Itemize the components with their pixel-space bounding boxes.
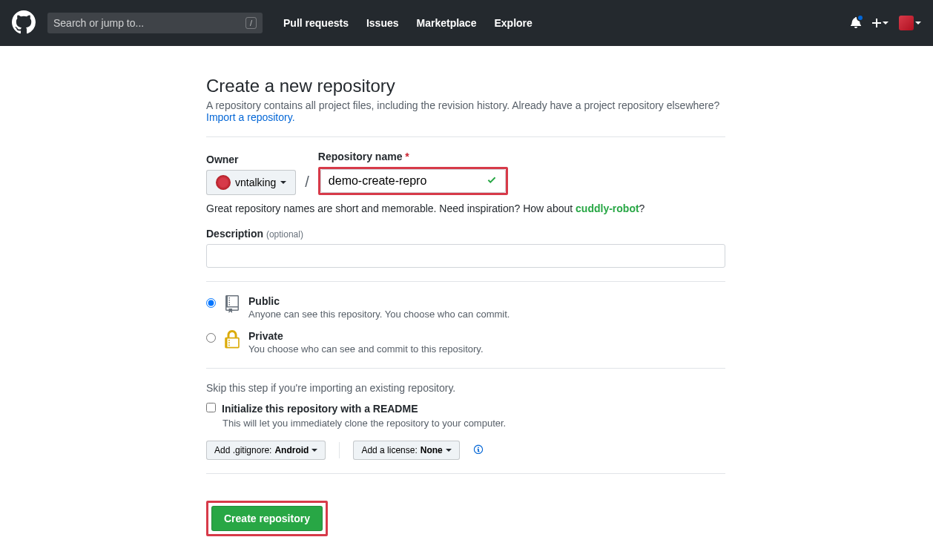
gitignore-value: Android — [274, 445, 309, 455]
header-right — [850, 16, 921, 30]
private-desc: You choose who can see and commit to thi… — [248, 343, 484, 355]
readme-checkbox[interactable] — [206, 403, 216, 412]
description-label: Description (optional) — [206, 228, 303, 240]
create-button-highlight: Create repository — [206, 501, 328, 536]
notification-dot-icon — [857, 14, 864, 22]
divider — [206, 368, 725, 369]
owner-avatar-icon — [216, 175, 231, 190]
optional-label: (optional) — [266, 229, 303, 240]
nav-marketplace[interactable]: Marketplace — [408, 17, 486, 29]
notifications-button[interactable] — [850, 16, 862, 30]
divider — [206, 473, 725, 474]
readme-hint: This will let you immediately clone the … — [222, 418, 725, 429]
create-repository-button[interactable]: Create repository — [211, 506, 323, 531]
primary-nav: Pull requests Issues Marketplace Explore — [274, 17, 541, 29]
private-title: Private — [248, 330, 283, 342]
owner-repo-row: Owner vntalking / Repository name * — [206, 151, 725, 195]
owner-name: vntalking — [235, 177, 276, 188]
caret-down-icon — [311, 449, 317, 452]
public-desc: Anyone can see this repository. You choo… — [248, 309, 510, 320]
slash-shortcut-icon: / — [245, 17, 257, 29]
avatar-icon — [899, 16, 914, 30]
license-prefix: Add a license: — [361, 445, 417, 455]
info-icon[interactable] — [473, 444, 484, 457]
repo-name-label: Repository name * — [318, 151, 508, 162]
required-indicator: * — [405, 151, 409, 162]
readme-checkbox-row: Initialize this repository with a README — [206, 403, 725, 415]
description-input[interactable] — [206, 244, 725, 268]
readme-label: Initialize this repository with a README — [222, 403, 418, 415]
divider — [206, 281, 725, 282]
visibility-private-row: Private You choose who can see and commi… — [206, 330, 725, 355]
license-value: None — [421, 445, 443, 455]
skip-note: Skip this step if you're importing an ex… — [206, 382, 725, 394]
divider — [206, 136, 725, 137]
caret-down-icon — [280, 181, 286, 184]
hint-q: ? — [639, 202, 645, 214]
caret-down-icon — [915, 22, 921, 24]
name-suggestion-link[interactable]: cuddly-robot — [576, 202, 639, 214]
owner-label: Owner — [206, 154, 296, 165]
public-radio[interactable] — [206, 298, 216, 308]
repo-name-highlight — [318, 167, 508, 195]
private-text: Private You choose who can see and commi… — [248, 330, 484, 355]
import-repository-link[interactable]: Import a repository. — [206, 111, 295, 123]
gitignore-select-button[interactable]: Add .gitignore: Android — [206, 441, 326, 460]
repo-name-input[interactable] — [320, 169, 506, 193]
caret-down-icon — [446, 449, 452, 452]
public-title: Public — [248, 295, 280, 307]
private-radio[interactable] — [206, 333, 216, 343]
visibility-public-row: Public Anyone can see this repository. Y… — [206, 295, 725, 320]
lock-icon — [223, 330, 241, 352]
repo-name-field: Repository name * — [318, 151, 508, 195]
repo-public-icon — [223, 295, 241, 315]
search-box[interactable]: / — [47, 13, 263, 33]
subtitle-text: A repository contains all project files,… — [206, 99, 719, 111]
plus-icon — [872, 17, 881, 29]
caret-down-icon — [883, 22, 889, 24]
public-text: Public Anyone can see this repository. Y… — [248, 295, 510, 320]
hint-text: Great repository names are short and mem… — [206, 202, 576, 214]
template-select-row: Add .gitignore: Android Add a license: N… — [206, 441, 725, 460]
nav-pull-requests[interactable]: Pull requests — [274, 17, 357, 29]
check-icon — [487, 175, 497, 188]
page-title: Create a new repository — [206, 76, 725, 96]
nav-explore[interactable]: Explore — [485, 17, 541, 29]
owner-select-button[interactable]: vntalking — [206, 170, 296, 195]
create-new-menu[interactable] — [872, 17, 889, 29]
main-content: Create a new repository A repository con… — [206, 76, 725, 536]
user-menu[interactable] — [899, 16, 921, 30]
search-input[interactable] — [53, 17, 245, 29]
nav-issues[interactable]: Issues — [357, 17, 408, 29]
page-subtitle: A repository contains all project files,… — [206, 99, 725, 123]
path-separator: / — [303, 174, 311, 195]
license-select-button[interactable]: Add a license: None — [353, 441, 459, 460]
name-hint: Great repository names are short and mem… — [206, 202, 725, 214]
vertical-divider — [339, 442, 340, 458]
description-field: Description (optional) — [206, 228, 725, 268]
gitignore-prefix: Add .gitignore: — [214, 445, 271, 455]
owner-field: Owner vntalking — [206, 154, 296, 195]
github-logo[interactable] — [12, 10, 36, 36]
global-header: / Pull requests Issues Marketplace Explo… — [0, 0, 933, 46]
